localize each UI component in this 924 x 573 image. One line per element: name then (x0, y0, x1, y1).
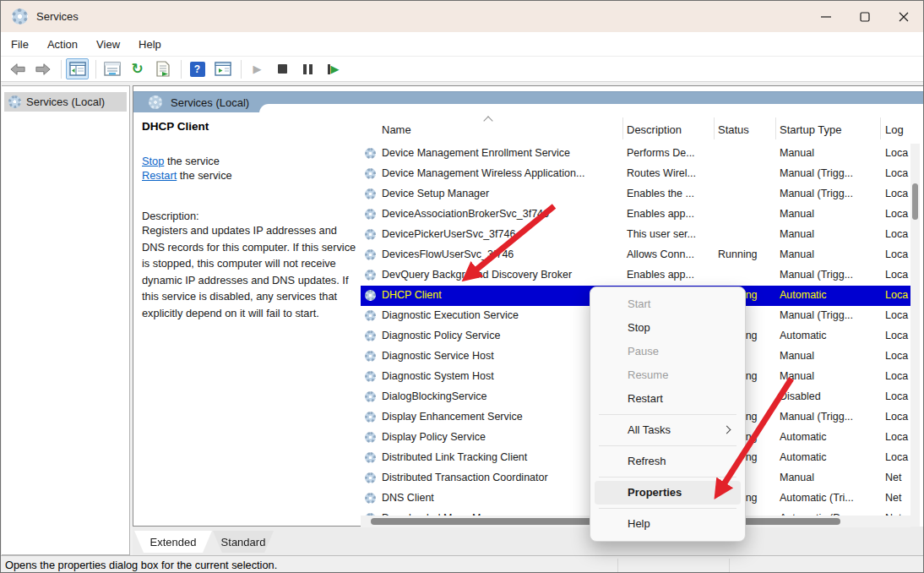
menu-action[interactable]: Action (47, 38, 78, 51)
column-divider[interactable] (880, 117, 881, 139)
pause-service-icon[interactable] (296, 58, 319, 79)
start-service-icon[interactable]: ▶ (246, 58, 269, 79)
table-row[interactable]: Device Management Enrollment ServicePerf… (361, 144, 910, 164)
menu-view[interactable]: View (96, 38, 120, 51)
vertical-scrollbar-thumb[interactable] (912, 183, 918, 220)
refresh-icon[interactable]: ↻ (126, 58, 149, 79)
cell-description: Enables the ... (627, 188, 694, 199)
stop-service-line: Stop the service (142, 155, 360, 167)
context-menu-item-help[interactable]: Help (590, 512, 745, 536)
cell-log-on-as: Loca (885, 390, 908, 402)
cell-log-on-as: Loca (885, 147, 908, 159)
column-header-log-on-as[interactable]: Log (885, 123, 904, 136)
selected-service-name: DHCP Client (142, 120, 360, 133)
table-row[interactable]: DeviceAssociationBrokerSvc_3f746Enables … (361, 205, 910, 225)
service-gear-icon (365, 371, 376, 382)
column-divider[interactable] (622, 117, 623, 139)
cell-name: Device Management Wireless Application..… (382, 167, 584, 179)
cell-description: Performs De... (627, 147, 695, 159)
column-header-startup-type[interactable]: Startup Type (780, 123, 841, 136)
menu-file[interactable]: File (11, 38, 29, 51)
cell-startup-type: Manual (780, 147, 814, 159)
services-gear-icon (8, 96, 21, 108)
toolbar-separator (241, 60, 242, 79)
description-label: Description: (142, 210, 360, 222)
column-divider[interactable] (775, 117, 776, 139)
cell-name: DialogBlockingService (382, 390, 486, 402)
cell-startup-type: Manual (Trigg... (780, 309, 853, 321)
table-row[interactable]: DevicePickerUserSvc_3f746This user ser..… (361, 225, 910, 245)
service-gear-icon (365, 249, 376, 260)
column-header-name[interactable]: Name (382, 123, 411, 136)
service-gear-icon (365, 168, 376, 179)
back-icon[interactable] (6, 58, 29, 79)
cell-name: DeviceAssociationBrokerSvc_3f746 (382, 208, 549, 220)
restart-service-suffix: the service (177, 169, 231, 182)
cell-log-on-as: Loca (885, 289, 908, 301)
cell-name: DHCP Client (382, 289, 442, 301)
table-row[interactable]: DevicesFlowUserSvc_3f746Allows Conn...Ru… (361, 245, 910, 265)
title-bar: Services (1, 1, 923, 32)
forward-icon[interactable] (31, 58, 54, 79)
service-gear-icon (365, 229, 376, 240)
services-gear-icon (149, 96, 162, 109)
export-list-icon[interactable] (151, 58, 174, 79)
context-menu-item-resume[interactable]: Resume (590, 363, 745, 387)
stop-service-link[interactable]: Stop (142, 155, 164, 167)
restart-service-icon[interactable]: ▶ (322, 58, 345, 79)
vertical-scrollbar[interactable] (910, 144, 920, 516)
cell-name: Distributed Link Tracking Client (382, 451, 527, 463)
context-menu-separator (599, 508, 736, 509)
cell-startup-type: Automatic (780, 330, 827, 341)
description-text: Registers and updates IP addresses and D… (142, 222, 358, 321)
extended-detail-pane: DHCP Client Stop the service Restart the… (142, 120, 360, 321)
table-row[interactable]: Device Setup ManagerEnables the ...Manua… (361, 184, 910, 205)
context-menu-separator (599, 477, 736, 478)
show-hide-action-pane-icon[interactable] (211, 58, 234, 79)
table-row[interactable]: DevQuery Background Discovery BrokerEnab… (361, 265, 910, 286)
stop-service-icon[interactable] (271, 58, 294, 79)
cell-name: Device Management Enrollment Service (382, 147, 570, 159)
cell-startup-type: Manual (780, 208, 814, 220)
cell-description: Routes Wirel... (627, 167, 696, 179)
cell-name: Diagnostic Execution Service (382, 309, 519, 321)
column-header-description[interactable]: Description (627, 123, 682, 136)
table-row[interactable]: Device Management Wireless Application..… (361, 164, 910, 184)
minimize-button[interactable] (807, 1, 845, 32)
cell-description: Allows Conn... (627, 248, 694, 260)
cell-name: Device Setup Manager (382, 188, 489, 199)
context-menu-item-start[interactable]: Start (590, 292, 745, 316)
column-divider[interactable] (714, 117, 715, 139)
cell-startup-type: Manual (Trigg... (780, 411, 853, 423)
context-menu-separator (599, 445, 736, 446)
tab-standard[interactable]: Standard (213, 531, 274, 553)
cell-log-on-as: Loca (885, 248, 908, 260)
tree-item-services-local[interactable]: Services (Local) (4, 92, 127, 112)
toolbar-separator (61, 60, 62, 79)
show-hide-console-tree-icon[interactable] (66, 58, 89, 79)
cell-log-on-as: Loca (885, 350, 908, 362)
context-menu-item-restart[interactable]: Restart (590, 387, 745, 411)
cell-name: DevicePickerUserSvc_3f746 (382, 228, 515, 240)
close-button[interactable] (884, 1, 923, 32)
restart-service-link[interactable]: Restart (142, 169, 177, 182)
cell-log-on-as: Loca (885, 188, 908, 199)
context-menu-item-pause[interactable]: Pause (590, 340, 745, 363)
cell-startup-type: Manual (780, 248, 814, 260)
properties-icon[interactable] (101, 58, 123, 79)
menu-help[interactable]: Help (139, 38, 161, 51)
service-gear-icon (365, 351, 376, 362)
cell-log-on-as: Loca (885, 330, 908, 341)
maximize-button[interactable] (845, 1, 884, 32)
context-menu-item-stop[interactable]: Stop (590, 316, 745, 340)
service-gear-icon (365, 391, 376, 402)
context-menu-item-refresh[interactable]: Refresh (590, 450, 745, 473)
column-header-status[interactable]: Status (718, 123, 749, 136)
cell-status: Running (718, 248, 758, 260)
context-menu-item-all-tasks[interactable]: All Tasks (590, 418, 745, 442)
status-bar: Opens the properties dialog box for the … (1, 555, 923, 573)
context-menu-item-properties[interactable]: Properties (595, 481, 741, 505)
submenu-chevron-icon (723, 426, 731, 434)
help-icon[interactable]: ? (186, 58, 209, 79)
tab-extended[interactable]: Extended (134, 531, 212, 553)
